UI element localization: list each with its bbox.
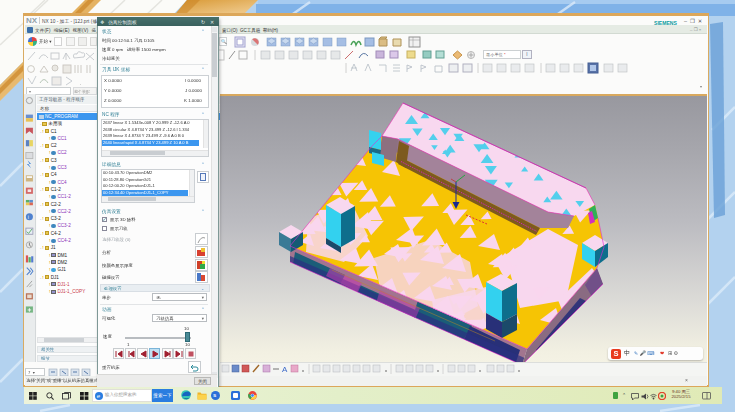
svg-text:i: i [28, 214, 29, 220]
svg-text:A: A [282, 365, 288, 374]
